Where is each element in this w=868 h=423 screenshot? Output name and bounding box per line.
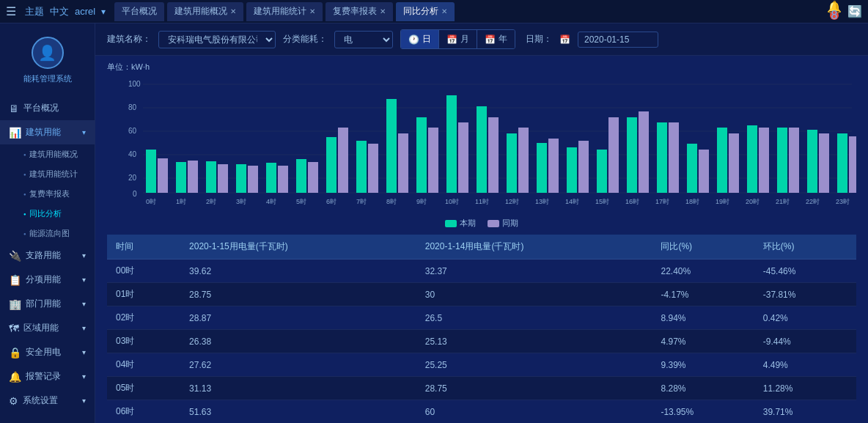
tab-building-stats[interactable]: 建筑用能统计 ✕ [246,2,323,21]
bar-current [296,159,306,193]
building-label: 建筑名称： [107,33,151,45]
tab-close-icon[interactable]: ✕ [230,7,236,15]
table-cell: -9.44% [754,330,856,353]
tab-close-icon[interactable]: ✕ [441,7,447,15]
bar-current [747,125,757,193]
bar-previous [158,158,168,193]
region-icon: 🗺 [9,323,19,334]
sidebar-item-settings[interactable]: ⚙ 系统设置 ▾ [0,389,95,413]
notification-icon[interactable]: 🔔 8 [827,0,842,23]
calendar-icon-small: 📅 [559,34,570,45]
legend-previous: 同期 [488,218,518,229]
svg-text:12时: 12时 [505,198,519,205]
sidebar-item-region[interactable]: 🗺 区域用能 ▾ [0,316,95,340]
svg-text:21时: 21时 [776,198,790,205]
user-label[interactable]: acrel [75,6,95,17]
svg-text:1时: 1时 [176,198,186,205]
bar-previous [338,128,348,193]
table-cell: 27.62 [180,353,416,377]
btn-month[interactable]: 📅 月 [438,30,477,48]
bar-current [627,117,637,193]
table-cell: 04时 [107,353,180,377]
table-cell: 8.94% [652,306,754,330]
bar-current [206,161,216,193]
bar-current [477,106,487,193]
category-select[interactable]: 电 [334,31,393,48]
data-table-area[interactable]: 时间 2020-1-15用电量(千瓦时) 2020-1-14用电量(千瓦时) 同… [95,235,868,423]
chart-area: 单位：kW·h 100 80 60 40 20 0 [95,56,868,235]
table-cell: 01时 [107,283,180,306]
svg-text:0: 0 [133,190,137,198]
bar-previous [759,128,769,193]
bar-previous [368,144,378,193]
sidebar-sub-rate-report[interactable]: 复费率报表 [15,184,95,204]
legend-current-color [445,220,457,227]
svg-text:23时: 23时 [836,198,850,205]
sidebar-item-subitem[interactable]: 📋 分项用能 ▾ [0,268,95,292]
table-row: 01时28.7530-4.17%-37.81% [107,283,856,306]
sidebar-sub-building-overview[interactable]: 建筑用能概况 [15,144,95,164]
sidebar-item-dept[interactable]: 🏢 部门用能 ▾ [0,292,95,316]
svg-text:22时: 22时 [806,198,820,205]
bar-current [146,150,156,193]
tab-close-icon[interactable]: ✕ [380,7,386,15]
sidebar-item-platform[interactable]: 🖥 平台概况 [0,96,95,120]
sidebar-submenu-building: 建筑用能概况 建筑用能统计 复费率报表 同比分析 能源流向图 [0,144,95,243]
bar-previous [428,128,438,193]
sidebar-item-branch[interactable]: 🔌 支路用能 ▾ [0,243,95,268]
refresh-icon[interactable]: 🔄 [847,4,862,18]
date-input[interactable] [578,32,658,48]
tab-platform[interactable]: 平台概况 [114,2,164,21]
building-select[interactable]: 安科瑞电气股份有限公司A楼 [158,31,276,48]
bar-previous [398,133,408,193]
subitem-icon: 📋 [9,274,21,286]
bar-previous [819,133,829,193]
btn-day[interactable]: 🕐 日 [401,30,438,48]
expand-arrow-icon: ▾ [82,300,86,308]
bar-previous [488,117,499,193]
user-dropdown-icon[interactable]: ▾ [101,7,106,17]
sidebar-item-safety[interactable]: 🔒 安全用电 ▾ [0,340,95,364]
table-cell: 28.87 [180,306,416,330]
sidebar-sub-building-stats[interactable]: 建筑用能统计 [15,164,95,184]
data-table: 时间 2020-1-15用电量(千瓦时) 2020-1-14用电量(千瓦时) 同… [107,235,856,423]
table-header-row: 时间 2020-1-15用电量(千瓦时) 2020-1-14用电量(千瓦时) 同… [107,235,856,260]
tab-close-icon[interactable]: ✕ [309,7,315,15]
tab-building-overview[interactable]: 建筑用能概况 ✕ [167,2,243,21]
table-cell: 4.49% [754,353,856,377]
bar-previous [699,150,709,193]
table-cell: 30 [416,283,652,306]
tab-rate-report[interactable]: 复费率报表 ✕ [326,2,393,21]
tab-yoy-analysis[interactable]: 同比分析 ✕ [396,2,455,21]
bar-current [416,117,427,193]
svg-text:4时: 4时 [266,198,276,205]
bar-previous [278,166,288,193]
category-label: 分类能耗： [283,33,327,45]
chart-legend: 本期 同期 [107,215,856,232]
bar-previous [578,141,589,193]
sidebar-item-alarm[interactable]: 🔔 报警记录 ▾ [0,364,95,389]
svg-text:7时: 7时 [356,198,367,205]
menu-icon[interactable]: ☰ [6,4,16,18]
bar-previous [548,139,559,193]
expand-arrow-icon: ▾ [82,324,86,332]
svg-text:9时: 9时 [416,198,427,205]
table-cell: 8.28% [652,377,754,400]
table-cell: 06时 [107,400,180,424]
sidebar-sub-yoy[interactable]: 同比分析 [15,204,95,224]
avatar: 👤 [32,37,64,69]
bar-current [537,143,547,193]
bar-current [236,164,246,193]
expand-arrow-icon: ▾ [82,348,86,356]
table-cell: 28.75 [416,377,652,400]
sidebar-sub-energy-flow[interactable]: 能源流向图 [15,224,95,243]
lang-label[interactable]: 中文 [50,5,69,18]
bar-previous [188,161,198,193]
date-label: 日期： [526,33,552,45]
table-body: 00时39.6232.3722.40%-45.46%01时28.7530-4.1… [107,260,856,424]
sidebar-item-building[interactable]: 📊 建筑用能 ▾ [0,120,95,144]
btn-year[interactable]: 📅 年 [477,30,515,48]
svg-text:40: 40 [128,150,137,158]
bar-previous [789,128,799,193]
branch-icon: 🔌 [9,250,21,262]
